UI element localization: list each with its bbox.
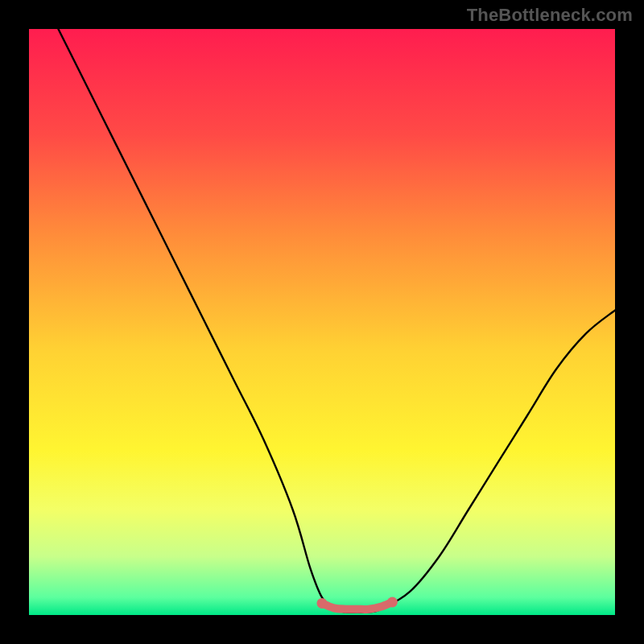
bottleneck-curve xyxy=(58,29,615,613)
optimal-endpoint-dot xyxy=(387,597,398,608)
optimal-flat-segment xyxy=(322,602,392,609)
attribution-text: TheBottleneck.com xyxy=(467,5,633,26)
curve-layer xyxy=(29,29,615,615)
chart-frame: TheBottleneck.com xyxy=(0,0,644,644)
optimal-endpoint-dot xyxy=(317,598,328,609)
plot-area xyxy=(29,29,615,615)
